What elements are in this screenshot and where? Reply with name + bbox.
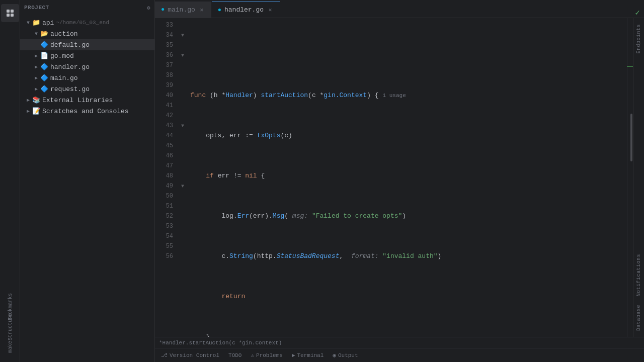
terminal-icon: ▶ [292,352,295,358]
scratches-icon: 📝 [32,107,40,115]
go-mod-icon: 📄 [40,52,48,60]
bottom-tabs: ⎇ Version Control TODO ⚠ Problems ▶ Term… [155,348,644,362]
project-tree: ▼ 📁 api ~/home/05_03_end ▼ 📂 auction 🔷 d… [20,15,154,362]
code-line-33 [190,50,623,60]
tree-label-main-go: main.go [50,74,78,82]
tab-main-go[interactable]: ● main.go ✕ [155,2,212,18]
checkmark-status: ✓ [631,8,644,18]
tree-item-api[interactable]: ▼ 📁 api ~/home/05_03_end [20,17,154,28]
git-icon: ⎇ [161,352,168,358]
cursor-position: *Handler.startAuction(c *gin.Context) [159,340,282,346]
tree-arrow-external[interactable]: ▶ [24,96,32,104]
tree-item-handler-go[interactable]: ▶ 🔷 handler.go [20,61,154,72]
usage-badge-34: 1 usage [383,90,406,101]
tab-version-control[interactable]: ⎇ Version Control [157,351,223,359]
tree-arrow-go-mod[interactable]: ▶ [32,52,40,60]
tree-label-api: api [42,19,54,27]
code-line-40: } [190,332,623,337]
tab-terminal[interactable]: ▶ Terminal [288,351,328,359]
tree-arrow-main-go[interactable]: ▶ [32,74,40,82]
notifications-label[interactable]: Notifications [635,250,642,301]
tab-todo[interactable]: TODO [224,351,246,359]
tree-label-go-mod: go.mod [50,52,74,60]
tree-item-scratches[interactable]: ▶ 📝 Scratches and Consoles [20,106,154,117]
build-ok-icon: ✓ [635,8,640,18]
svg-rect-1 [11,10,14,13]
auction-folder-icon: 📂 [40,30,48,38]
terminal-label: Terminal [297,352,324,358]
problems-label: Problems [256,352,283,358]
code-content[interactable]: func (h *Handler) startAuction(c *gin.Co… [186,18,627,337]
code-line-34: func (h *Handler) startAuction(c *gin.Co… [190,90,623,101]
tree-item-request-go[interactable]: ▶ 🔷 request.go [20,83,154,95]
structure-icon[interactable]: Structure [1,318,19,336]
editor-scrollbar[interactable] [627,18,633,337]
go-file-icon-request: 🔷 [40,85,48,93]
handler-go-tab-label: handler.go [224,6,264,14]
panel-title: Project [24,5,49,11]
line-numbers: 33 34 35 36 37 38 39 40 41 42 43 44 45 4… [155,18,179,337]
tree-item-main-go[interactable]: ▶ 🔷 main.go [20,72,154,83]
database-label[interactable]: Database [635,301,642,335]
settings-icon[interactable]: ⚙ [147,5,150,11]
endpoints-label[interactable]: Endpoints [635,20,642,58]
editor-row: 33 34 35 36 37 38 39 40 41 42 43 44 45 4… [155,18,644,337]
tab-problems[interactable]: ⚠ Problems [247,351,286,359]
svg-rect-0 [7,10,10,13]
tree-label-default-go: default.go [50,41,90,49]
main-go-tab-icon: ● [161,6,165,13]
main-container: ● main.go ✕ ● handler.go ✕ ✓ 33 34 35 36… [155,0,644,362]
tree-arrow-request-go[interactable]: ▶ [32,85,40,93]
tree-item-external-libraries[interactable]: ▶ 📚 External Libraries [20,95,154,106]
fold-36[interactable]: ▼ [179,50,186,60]
output-label: Output [338,352,358,358]
tree-item-go-mod[interactable]: ▶ 📄 go.mod [20,50,154,61]
panel-header: Project ⚙ [20,0,154,15]
main-go-tab-label: main.go [168,6,195,14]
tree-arrow-handler-go[interactable]: ▶ [32,63,40,71]
tree-label-request-go: request.go [50,85,90,93]
tree-arrow-scratches[interactable]: ▶ [24,107,32,115]
right-bar: Endpoints Notifications Database [633,18,644,337]
project-icon[interactable] [1,4,19,22]
library-icon: 📚 [32,96,40,104]
tree-label-external: External Libraries [42,97,113,104]
make-icon[interactable]: make [1,338,19,356]
code-line-35: opts, err := txOpts(c) [190,131,623,141]
tree-label-scratches: Scratches and Consoles [42,108,129,115]
scrollbar-mark [627,66,633,67]
status-bar: *Handler.startAuction(c *gin.Context) [155,337,644,348]
code-line-39: return [190,292,623,302]
go-file-icon-default: 🔷 [40,41,48,49]
folder-icon: 📁 [32,19,40,27]
tab-output[interactable]: ◉ Output [329,351,362,359]
handler-go-tab-close[interactable]: ✕ [267,7,274,14]
tree-arrow-auction[interactable]: ▼ [32,30,40,38]
output-icon: ◉ [333,352,336,358]
side-panel: Project ⚙ ▼ 📁 api ~/home/05_03_end ▼ 📂 a… [20,0,155,362]
code-line-37: log.Err(err).Msg( msg: "Failed to create… [190,211,623,221]
problems-icon: ⚠ [251,352,254,358]
fold-49[interactable]: ▼ [179,181,186,191]
activity-bar: Bookmarks Structure make [0,0,20,362]
handler-go-tab-icon: ● [218,7,221,14]
go-file-icon-main: 🔷 [40,74,48,82]
svg-rect-3 [11,14,14,17]
tree-item-default-go[interactable]: 🔷 default.go [20,39,154,50]
tree-arrow-api[interactable]: ▼ [24,19,32,27]
tree-label-auction: auction [50,30,78,38]
tree-label-handler-go: handler.go [50,63,90,71]
fold-34[interactable]: ▼ [179,30,186,40]
tree-item-auction[interactable]: ▼ 📂 auction [20,28,154,39]
tab-handler-go[interactable]: ● handler.go ✕ [212,2,280,18]
todo-label: TODO [228,352,242,358]
api-path: ~/home/05_03_end [56,20,109,26]
fold-gutter: ▼ ▼ ▼ ▼ [179,18,186,337]
fold-43[interactable]: ▼ [179,121,186,131]
version-control-label: Version Control [170,352,219,358]
svg-rect-2 [7,14,10,17]
code-line-36: if err != nil { [190,171,623,181]
go-file-icon-handler: 🔷 [40,63,48,71]
main-go-tab-close[interactable]: ✕ [198,6,205,13]
scrollbar-thumb [630,114,632,161]
